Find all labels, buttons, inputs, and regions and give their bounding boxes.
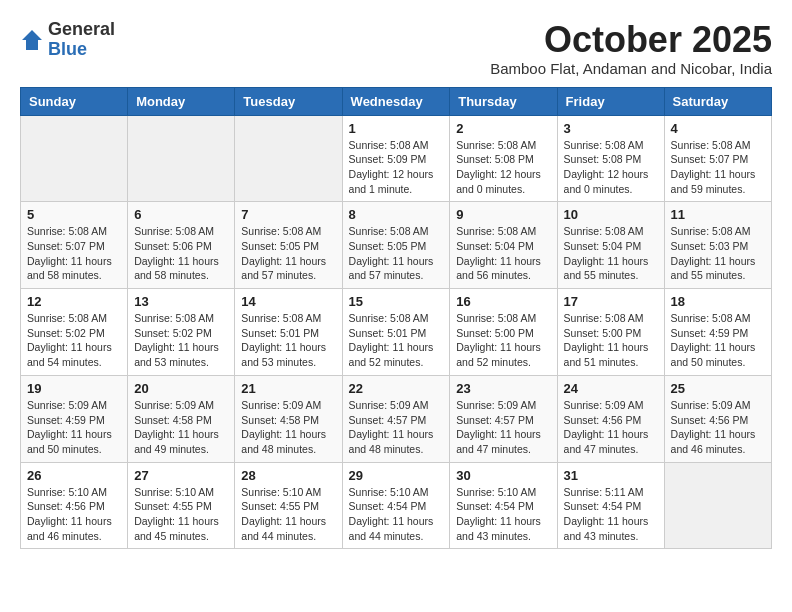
table-row: 28Sunrise: 5:10 AM Sunset: 4:55 PM Dayli… xyxy=(235,462,342,549)
table-row: 15Sunrise: 5:08 AM Sunset: 5:01 PM Dayli… xyxy=(342,289,450,376)
day-info: Sunrise: 5:09 AM Sunset: 4:58 PM Dayligh… xyxy=(241,398,335,457)
day-number: 8 xyxy=(349,207,444,222)
day-number: 31 xyxy=(564,468,658,483)
day-info: Sunrise: 5:10 AM Sunset: 4:55 PM Dayligh… xyxy=(134,485,228,544)
day-info: Sunrise: 5:11 AM Sunset: 4:54 PM Dayligh… xyxy=(564,485,658,544)
day-number: 18 xyxy=(671,294,765,309)
table-row: 18Sunrise: 5:08 AM Sunset: 4:59 PM Dayli… xyxy=(664,289,771,376)
day-number: 26 xyxy=(27,468,121,483)
logo-general: General xyxy=(48,19,115,39)
header-friday: Friday xyxy=(557,87,664,115)
table-row: 9Sunrise: 5:08 AM Sunset: 5:04 PM Daylig… xyxy=(450,202,557,289)
day-info: Sunrise: 5:08 AM Sunset: 5:05 PM Dayligh… xyxy=(241,224,335,283)
title-block: October 2025 Bamboo Flat, Andaman and Ni… xyxy=(490,20,772,77)
calendar-week-row: 12Sunrise: 5:08 AM Sunset: 5:02 PM Dayli… xyxy=(21,289,772,376)
day-info: Sunrise: 5:08 AM Sunset: 5:02 PM Dayligh… xyxy=(134,311,228,370)
day-info: Sunrise: 5:08 AM Sunset: 5:08 PM Dayligh… xyxy=(456,138,550,197)
table-row: 23Sunrise: 5:09 AM Sunset: 4:57 PM Dayli… xyxy=(450,375,557,462)
table-row: 14Sunrise: 5:08 AM Sunset: 5:01 PM Dayli… xyxy=(235,289,342,376)
logo-blue: Blue xyxy=(48,39,87,59)
day-info: Sunrise: 5:09 AM Sunset: 4:58 PM Dayligh… xyxy=(134,398,228,457)
day-number: 13 xyxy=(134,294,228,309)
table-row xyxy=(664,462,771,549)
table-row: 20Sunrise: 5:09 AM Sunset: 4:58 PM Dayli… xyxy=(128,375,235,462)
calendar-header-row: Sunday Monday Tuesday Wednesday Thursday… xyxy=(21,87,772,115)
table-row xyxy=(21,115,128,202)
table-row: 31Sunrise: 5:11 AM Sunset: 4:54 PM Dayli… xyxy=(557,462,664,549)
day-info: Sunrise: 5:08 AM Sunset: 5:03 PM Dayligh… xyxy=(671,224,765,283)
table-row: 8Sunrise: 5:08 AM Sunset: 5:05 PM Daylig… xyxy=(342,202,450,289)
day-info: Sunrise: 5:09 AM Sunset: 4:56 PM Dayligh… xyxy=(564,398,658,457)
month-title: October 2025 xyxy=(490,20,772,60)
table-row: 22Sunrise: 5:09 AM Sunset: 4:57 PM Dayli… xyxy=(342,375,450,462)
day-info: Sunrise: 5:10 AM Sunset: 4:56 PM Dayligh… xyxy=(27,485,121,544)
svg-marker-0 xyxy=(22,30,42,50)
day-info: Sunrise: 5:08 AM Sunset: 5:07 PM Dayligh… xyxy=(671,138,765,197)
table-row: 16Sunrise: 5:08 AM Sunset: 5:00 PM Dayli… xyxy=(450,289,557,376)
day-number: 21 xyxy=(241,381,335,396)
table-row: 3Sunrise: 5:08 AM Sunset: 5:08 PM Daylig… xyxy=(557,115,664,202)
logo-icon xyxy=(20,28,44,52)
table-row: 25Sunrise: 5:09 AM Sunset: 4:56 PM Dayli… xyxy=(664,375,771,462)
day-info: Sunrise: 5:08 AM Sunset: 5:06 PM Dayligh… xyxy=(134,224,228,283)
day-number: 30 xyxy=(456,468,550,483)
day-number: 4 xyxy=(671,121,765,136)
table-row xyxy=(235,115,342,202)
day-number: 29 xyxy=(349,468,444,483)
header-sunday: Sunday xyxy=(21,87,128,115)
day-number: 20 xyxy=(134,381,228,396)
day-info: Sunrise: 5:08 AM Sunset: 5:02 PM Dayligh… xyxy=(27,311,121,370)
table-row: 7Sunrise: 5:08 AM Sunset: 5:05 PM Daylig… xyxy=(235,202,342,289)
day-info: Sunrise: 5:08 AM Sunset: 5:09 PM Dayligh… xyxy=(349,138,444,197)
table-row: 13Sunrise: 5:08 AM Sunset: 5:02 PM Dayli… xyxy=(128,289,235,376)
table-row: 19Sunrise: 5:09 AM Sunset: 4:59 PM Dayli… xyxy=(21,375,128,462)
logo-text: General Blue xyxy=(48,20,115,60)
page-header: General Blue October 2025 Bamboo Flat, A… xyxy=(20,20,772,77)
day-number: 6 xyxy=(134,207,228,222)
day-number: 28 xyxy=(241,468,335,483)
table-row xyxy=(128,115,235,202)
location-subtitle: Bamboo Flat, Andaman and Nicobar, India xyxy=(490,60,772,77)
logo: General Blue xyxy=(20,20,115,60)
header-monday: Monday xyxy=(128,87,235,115)
table-row: 17Sunrise: 5:08 AM Sunset: 5:00 PM Dayli… xyxy=(557,289,664,376)
day-number: 19 xyxy=(27,381,121,396)
day-info: Sunrise: 5:08 AM Sunset: 5:04 PM Dayligh… xyxy=(564,224,658,283)
table-row: 1Sunrise: 5:08 AM Sunset: 5:09 PM Daylig… xyxy=(342,115,450,202)
day-number: 7 xyxy=(241,207,335,222)
calendar-table: Sunday Monday Tuesday Wednesday Thursday… xyxy=(20,87,772,550)
table-row: 4Sunrise: 5:08 AM Sunset: 5:07 PM Daylig… xyxy=(664,115,771,202)
day-number: 24 xyxy=(564,381,658,396)
day-number: 25 xyxy=(671,381,765,396)
day-number: 14 xyxy=(241,294,335,309)
day-info: Sunrise: 5:09 AM Sunset: 4:56 PM Dayligh… xyxy=(671,398,765,457)
table-row: 27Sunrise: 5:10 AM Sunset: 4:55 PM Dayli… xyxy=(128,462,235,549)
table-row: 10Sunrise: 5:08 AM Sunset: 5:04 PM Dayli… xyxy=(557,202,664,289)
day-info: Sunrise: 5:08 AM Sunset: 5:07 PM Dayligh… xyxy=(27,224,121,283)
day-info: Sunrise: 5:08 AM Sunset: 5:08 PM Dayligh… xyxy=(564,138,658,197)
day-number: 22 xyxy=(349,381,444,396)
day-info: Sunrise: 5:10 AM Sunset: 4:55 PM Dayligh… xyxy=(241,485,335,544)
table-row: 26Sunrise: 5:10 AM Sunset: 4:56 PM Dayli… xyxy=(21,462,128,549)
table-row: 2Sunrise: 5:08 AM Sunset: 5:08 PM Daylig… xyxy=(450,115,557,202)
day-number: 15 xyxy=(349,294,444,309)
day-number: 10 xyxy=(564,207,658,222)
day-number: 11 xyxy=(671,207,765,222)
day-number: 2 xyxy=(456,121,550,136)
table-row: 21Sunrise: 5:09 AM Sunset: 4:58 PM Dayli… xyxy=(235,375,342,462)
day-number: 1 xyxy=(349,121,444,136)
day-number: 17 xyxy=(564,294,658,309)
table-row: 29Sunrise: 5:10 AM Sunset: 4:54 PM Dayli… xyxy=(342,462,450,549)
table-row: 24Sunrise: 5:09 AM Sunset: 4:56 PM Dayli… xyxy=(557,375,664,462)
day-number: 12 xyxy=(27,294,121,309)
calendar-week-row: 1Sunrise: 5:08 AM Sunset: 5:09 PM Daylig… xyxy=(21,115,772,202)
day-info: Sunrise: 5:08 AM Sunset: 4:59 PM Dayligh… xyxy=(671,311,765,370)
calendar-week-row: 26Sunrise: 5:10 AM Sunset: 4:56 PM Dayli… xyxy=(21,462,772,549)
table-row: 5Sunrise: 5:08 AM Sunset: 5:07 PM Daylig… xyxy=(21,202,128,289)
day-info: Sunrise: 5:10 AM Sunset: 4:54 PM Dayligh… xyxy=(349,485,444,544)
day-number: 27 xyxy=(134,468,228,483)
day-info: Sunrise: 5:08 AM Sunset: 5:01 PM Dayligh… xyxy=(349,311,444,370)
header-wednesday: Wednesday xyxy=(342,87,450,115)
calendar-week-row: 5Sunrise: 5:08 AM Sunset: 5:07 PM Daylig… xyxy=(21,202,772,289)
day-info: Sunrise: 5:08 AM Sunset: 5:05 PM Dayligh… xyxy=(349,224,444,283)
